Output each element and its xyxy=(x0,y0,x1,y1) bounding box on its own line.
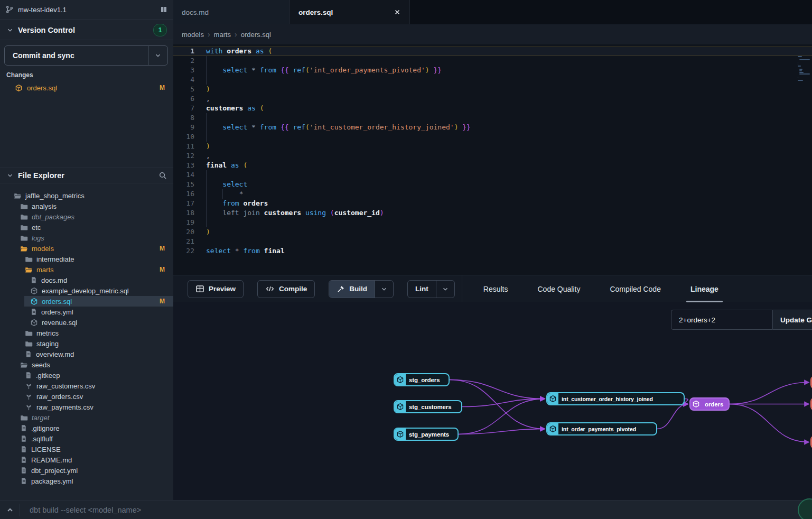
tree-item--sqlfluff[interactable]: .sqlfluff xyxy=(0,433,173,444)
lineage-node-stg-orders[interactable]: stg_orders xyxy=(394,373,450,386)
code-line-3[interactable]: 3 select * from {{ ref('int_order_paymen… xyxy=(173,66,812,75)
tree-item-raw-customers-csv[interactable]: raw_customers.csv xyxy=(0,381,173,391)
model-icon xyxy=(547,423,558,434)
code-line-6[interactable]: 6, xyxy=(173,94,812,104)
code-line-10[interactable]: 10 xyxy=(173,132,812,142)
indent-guide xyxy=(206,218,207,227)
version-control-title: Version Control xyxy=(18,26,75,34)
file-explorer-header[interactable]: File Explorer xyxy=(0,168,173,183)
build-options-chevron[interactable] xyxy=(375,281,393,298)
tree-item-dbt-packages[interactable]: dbt_packages xyxy=(0,211,173,222)
code-line-20[interactable]: 20) xyxy=(173,227,812,237)
commit-and-sync-button[interactable]: Commit and sync xyxy=(4,45,168,66)
compile-button[interactable]: Compile xyxy=(257,280,315,298)
lineage-node-int-order-payments-pivoted[interactable]: int_order_payments_pivoted xyxy=(546,422,657,435)
panel-columns-icon[interactable] xyxy=(160,5,168,14)
line-text: , xyxy=(206,151,210,161)
tree-item-raw-orders-csv[interactable]: raw_orders.csv xyxy=(0,391,173,402)
lint-button[interactable]: Lint xyxy=(407,280,455,298)
tree-item-license[interactable]: LICENSE xyxy=(0,444,173,455)
lineage-node-orders[interactable]: orders xyxy=(689,397,730,411)
tree-item-orders-yml[interactable]: orders.yml xyxy=(0,307,173,317)
command-input[interactable]: dbt build --select <model_name> xyxy=(30,506,812,514)
code-editor[interactable]: 1with orders as (23 select * from {{ ref… xyxy=(173,44,812,275)
indent-guide xyxy=(206,199,207,208)
tab-orders-sql[interactable]: orders.sql xyxy=(290,0,410,24)
update-graph-button[interactable]: Update Graph xyxy=(773,310,812,330)
tab-compiled-code[interactable]: Compiled Code xyxy=(610,275,661,303)
tab-label: Lineage xyxy=(690,285,718,293)
lineage-filter-input[interactable]: 2+orders+2 xyxy=(671,310,773,330)
tab-docs-md[interactable]: docs.md xyxy=(173,0,290,24)
code-line-21[interactable]: 21 xyxy=(173,237,812,246)
tree-item--gitignore[interactable]: .gitignore xyxy=(0,423,173,433)
code-line-11[interactable]: 11) xyxy=(173,142,812,151)
tree-item-raw-payments-csv[interactable]: raw_payments.csv xyxy=(0,402,173,412)
breadcrumb-item[interactable]: marts xyxy=(214,31,231,39)
code-line-15[interactable]: 15 select xyxy=(173,180,812,189)
tree-item-models[interactable]: modelsM xyxy=(0,243,173,254)
file-icon xyxy=(20,456,27,464)
help-button[interactable] xyxy=(798,498,812,519)
code-line-2[interactable]: 2 xyxy=(173,56,812,66)
tree-item-etc[interactable]: etc xyxy=(0,222,173,233)
lineage-node-int-customer-order-history-joined[interactable]: int_customer_order_history_joined xyxy=(546,392,685,405)
tree-item-docs-md[interactable]: docs.md xyxy=(0,275,173,285)
code-line-16[interactable]: 16 * xyxy=(173,189,812,199)
modified-badge: M xyxy=(160,84,165,91)
model-icon xyxy=(395,374,406,385)
tree-item-metrics[interactable]: metrics xyxy=(0,328,173,338)
expand-panel-chevron-icon[interactable] xyxy=(0,506,20,514)
tree-item-target[interactable]: target xyxy=(0,412,173,423)
code-line-18[interactable]: 18 left join customers using (customer_i… xyxy=(173,208,812,218)
changed-file-row[interactable]: orders.sql M xyxy=(0,82,173,94)
code-line-5[interactable]: 5) xyxy=(173,85,812,94)
changed-file-name: orders.sql xyxy=(27,84,57,92)
tree-item-marts[interactable]: martsM xyxy=(0,264,173,275)
lineage-node-stg-payments[interactable]: stg_payments xyxy=(394,428,459,441)
code-line-14[interactable]: 14 xyxy=(173,170,812,180)
seed-icon xyxy=(25,403,33,411)
tree-item-readme-md[interactable]: README.md xyxy=(0,455,173,465)
tab-lineage[interactable]: Lineage xyxy=(690,275,718,303)
chevron-down-icon[interactable] xyxy=(6,26,14,34)
tree-item-packages-yml[interactable]: packages.yml xyxy=(0,476,173,486)
close-tab-icon[interactable] xyxy=(394,8,401,16)
tree-item-revenue-sql[interactable]: revenue.sql xyxy=(0,317,173,328)
code-line-1[interactable]: 1with orders as ( xyxy=(173,47,812,56)
search-icon[interactable] xyxy=(158,171,167,180)
tree-item-intermediate[interactable]: intermediate xyxy=(0,254,173,264)
tab-code-quality[interactable]: Code Quality xyxy=(538,275,581,303)
tree-item-seeds[interactable]: seeds xyxy=(0,359,173,370)
chevron-down-icon[interactable] xyxy=(6,172,14,179)
code-line-17[interactable]: 17 from orders xyxy=(173,199,812,208)
code-line-4[interactable]: 4 xyxy=(173,75,812,85)
line-number: 17 xyxy=(173,199,194,208)
code-line-22[interactable]: 22select * from final xyxy=(173,246,812,256)
code-line-12[interactable]: 12, xyxy=(173,151,812,161)
tree-item-example-develop-metric-sql[interactable]: example_develop_metric.sql xyxy=(0,285,173,296)
tree-item-jaffle-shop-metrics[interactable]: jaffle_shop_metrics xyxy=(0,190,173,201)
tab-results[interactable]: Results xyxy=(483,275,508,303)
code-line-13[interactable]: 13final as ( xyxy=(173,161,812,170)
build-button[interactable]: Build xyxy=(329,280,394,298)
commit-options-chevron[interactable] xyxy=(148,46,167,65)
tree-item-staging[interactable]: staging xyxy=(0,338,173,349)
tree-item-orders-sql[interactable]: orders.sqlM xyxy=(0,296,173,307)
lint-options-chevron[interactable] xyxy=(436,281,454,298)
breadcrumb-item[interactable]: orders.sql xyxy=(241,31,271,39)
code-line-8[interactable]: 8 xyxy=(173,113,812,123)
tree-item-overview-md[interactable]: overview.md xyxy=(0,349,173,359)
preview-button[interactable]: Preview xyxy=(188,280,244,298)
code-line-7[interactable]: 7customers as ( xyxy=(173,104,812,113)
code-line-19[interactable]: 19 xyxy=(173,218,812,227)
code-line-9[interactable]: 9 select * from {{ ref('int_customer_ord… xyxy=(173,123,812,132)
tree-item-dbt-project-yml[interactable]: dbt_project.yml xyxy=(0,465,173,476)
tree-item--gitkeep[interactable]: .gitkeep xyxy=(0,370,173,381)
tree-item-label: .gitignore xyxy=(31,424,59,432)
breadcrumb-item[interactable]: models xyxy=(182,31,204,39)
version-control-header[interactable]: Version Control 1 xyxy=(0,20,173,40)
lineage-node-stg-customers[interactable]: stg_customers xyxy=(394,400,462,413)
tree-item-analysis[interactable]: analysis xyxy=(0,201,173,211)
tree-item-logs[interactable]: logs xyxy=(0,233,173,243)
